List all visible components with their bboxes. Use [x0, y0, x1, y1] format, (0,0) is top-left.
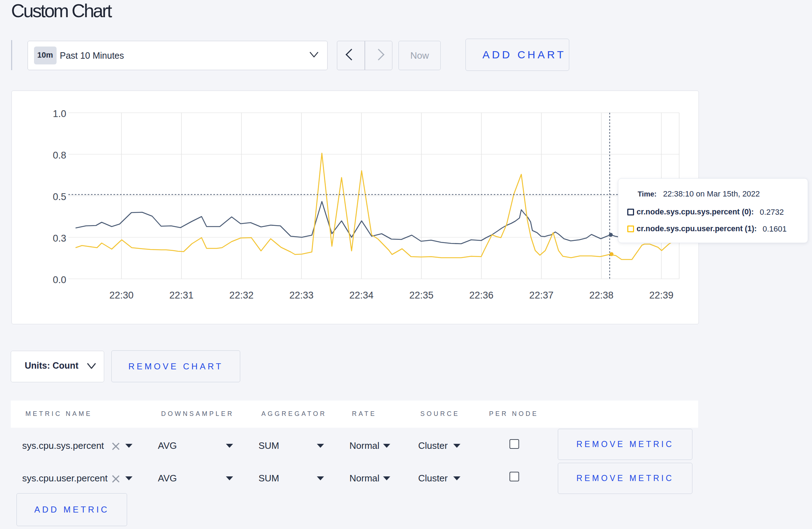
svg-text:22:38: 22:38	[589, 290, 614, 301]
svg-text:0.5: 0.5	[53, 191, 66, 202]
svg-text:22:39: 22:39	[649, 290, 673, 301]
svg-text:22:35: 22:35	[409, 290, 434, 301]
svg-text:22:37: 22:37	[529, 290, 554, 301]
svg-text:0.8: 0.8	[53, 150, 66, 161]
svg-text:22:32: 22:32	[229, 290, 254, 301]
svg-text:0.0: 0.0	[53, 275, 66, 285]
svg-text:22:30: 22:30	[110, 290, 134, 301]
svg-text:0.3: 0.3	[53, 233, 66, 244]
svg-text:22:31: 22:31	[169, 290, 194, 301]
svg-text:22:33: 22:33	[289, 290, 314, 301]
svg-text:1.0: 1.0	[53, 108, 66, 119]
svg-text:22:34: 22:34	[349, 290, 374, 301]
svg-text:22:36: 22:36	[469, 290, 494, 301]
